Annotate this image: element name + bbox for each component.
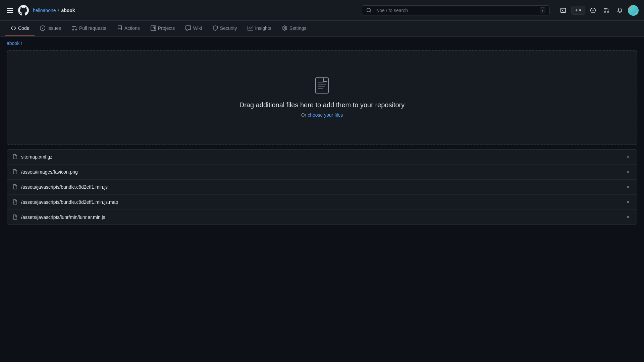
insights-icon (248, 25, 253, 31)
file-name: sitemap.xml.gz (21, 154, 621, 160)
tab-projects[interactable]: Projects (145, 21, 180, 36)
search-icon (366, 8, 372, 13)
file-icon (12, 184, 18, 190)
remove-file-button[interactable]: × (625, 214, 632, 221)
github-logo-icon[interactable] (18, 5, 29, 16)
hamburger-menu[interactable] (5, 7, 14, 14)
breadcrumb-separator: / (21, 41, 22, 46)
file-item: /assets/javascripts/bundle.c8d2eff1.min.… (7, 180, 637, 195)
repo-path: helloabone / abook (33, 8, 75, 13)
file-icon (12, 169, 18, 175)
main-content: Drag additional files here to add them t… (0, 50, 644, 225)
tab-wiki[interactable]: Wiki (180, 21, 207, 36)
tab-wiki-label: Wiki (193, 25, 202, 31)
owner-link[interactable]: helloabone (33, 8, 56, 13)
tab-actions[interactable]: Actions (112, 21, 145, 36)
file-item: sitemap.xml.gz × (7, 149, 637, 165)
file-icon (12, 215, 18, 220)
path-separator: / (58, 8, 59, 13)
breadcrumb: abook / (0, 37, 644, 50)
tab-settings-label: Settings (289, 25, 307, 31)
tab-issues[interactable]: Issues (35, 21, 66, 36)
terminal-icon-button[interactable] (558, 5, 569, 16)
remove-file-button[interactable]: × (625, 199, 632, 205)
file-name: /assets/images/favicon.png (21, 169, 621, 175)
repo-tabs: Code Issues Pull requests Actions Projec… (0, 21, 644, 37)
nav-actions: + ▾ (558, 5, 639, 16)
dropzone-heading: Drag additional files here to add them t… (14, 101, 630, 109)
tab-code[interactable]: Code (5, 21, 35, 36)
notifications-icon[interactable] (614, 5, 625, 16)
settings-icon (282, 25, 287, 31)
breadcrumb-repo-link[interactable]: abook (7, 41, 19, 46)
file-icon (12, 154, 18, 160)
wiki-icon (185, 25, 191, 31)
file-name: /assets/javascripts/bundle.c8d2eff1.min.… (21, 199, 621, 205)
remove-file-button[interactable]: × (625, 184, 632, 190)
remove-file-button[interactable]: × (625, 169, 632, 175)
repo-name: abook (61, 8, 75, 13)
tab-security-label: Security (220, 25, 237, 31)
plus-icon: + (575, 8, 578, 13)
file-list: sitemap.xml.gz × /assets/images/favicon.… (7, 149, 637, 225)
issues-nav-icon[interactable] (588, 5, 598, 16)
new-dropdown-button[interactable]: + ▾ (571, 6, 585, 15)
tab-security[interactable]: Security (207, 21, 243, 36)
pull-requests-nav-icon[interactable] (601, 5, 612, 16)
file-icon (12, 199, 18, 205)
tab-code-label: Code (18, 25, 29, 31)
file-name: /assets/javascripts/lunr/min/lunr.ar.min… (21, 215, 621, 220)
search-input[interactable] (374, 8, 537, 13)
actions-icon (117, 25, 122, 31)
pull-requests-icon (72, 25, 77, 31)
top-nav: helloabone / abook / + ▾ (0, 0, 644, 21)
code-icon (11, 25, 16, 31)
file-name: /assets/javascripts/bundle.c8d2eff1.min.… (21, 184, 621, 190)
file-item: /assets/javascripts/lunr/min/lunr.ar.min… (7, 210, 637, 225)
file-item: /assets/javascripts/bundle.c8d2eff1.min.… (7, 195, 637, 210)
file-item: /assets/images/favicon.png × (7, 165, 637, 180)
tab-issues-label: Issues (47, 25, 61, 31)
security-icon (213, 25, 218, 31)
choose-files-link[interactable]: choose your files (308, 112, 343, 118)
tab-settings[interactable]: Settings (277, 21, 312, 36)
svg-rect-0 (316, 78, 328, 93)
issues-icon (40, 25, 45, 31)
drop-zone[interactable]: Drag additional files here to add them t… (7, 50, 637, 145)
tab-projects-label: Projects (158, 25, 175, 31)
remove-file-button[interactable]: × (625, 154, 632, 160)
tab-pull-requests[interactable]: Pull requests (66, 21, 112, 36)
projects-icon (151, 25, 156, 31)
tab-insights-label: Insights (255, 25, 271, 31)
search-bar[interactable]: / (362, 5, 550, 15)
avatar[interactable] (628, 5, 639, 16)
search-kbd: / (540, 7, 545, 13)
dropzone-subtext: Or choose your files (14, 112, 630, 118)
dropdown-arrow-icon: ▾ (579, 8, 581, 13)
tab-actions-label: Actions (124, 25, 140, 31)
tab-insights[interactable]: Insights (242, 21, 276, 36)
file-drop-icon (315, 77, 329, 94)
tab-pull-requests-label: Pull requests (79, 25, 106, 31)
